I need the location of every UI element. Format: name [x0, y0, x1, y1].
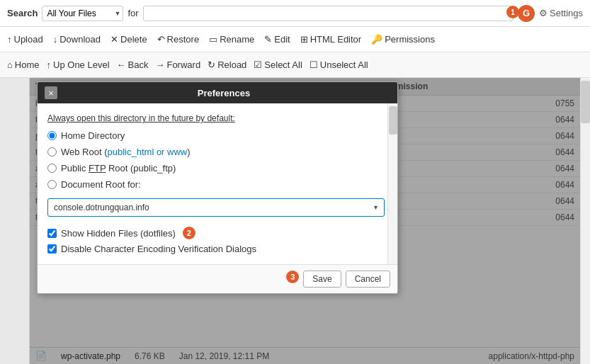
radio-doc-label: Document Root for:: [61, 179, 141, 190]
edit-button[interactable]: ✎ Edit: [264, 34, 290, 45]
modal-scrollbar[interactable]: [387, 103, 397, 264]
scrollbar-thumb: [389, 106, 397, 135]
radio-webroot[interactable]: Web Root (public_html or www): [47, 147, 385, 157]
search-input[interactable]: [143, 6, 514, 21]
modal-close-button[interactable]: ×: [45, 86, 57, 99]
home-label: Home: [15, 59, 40, 70]
radio-doc-input[interactable]: [47, 180, 57, 189]
checkbox-encoding-label: Disable Character Encoding Verification …: [61, 244, 256, 254]
main-area: Type Permission httpd/unix-directory0755…: [0, 78, 590, 364]
checkbox-hidden-input[interactable]: [47, 229, 57, 238]
rename-label: Rename: [220, 34, 254, 45]
badge-2: 2: [183, 227, 195, 239]
radio-ftp-input[interactable]: [47, 164, 57, 173]
radio-home[interactable]: Home Directory: [47, 130, 385, 141]
modal-overlay: × Preferences Always open this directory…: [30, 78, 580, 364]
forward-icon: →: [155, 59, 164, 70]
search-scope-select[interactable]: All Your FilesThis DirectoryFile Names O…: [42, 6, 123, 21]
reload-icon: ↻: [208, 59, 215, 70]
cancel-button[interactable]: Cancel: [346, 271, 390, 288]
edit-label: Edit: [274, 34, 290, 45]
restore-label: Restore: [167, 34, 200, 45]
settings-label: Settings: [550, 8, 583, 18]
top-bar: Search All Your FilesThis DirectoryFile …: [0, 0, 590, 27]
upload-icon: ↑: [7, 34, 12, 45]
modal-footer: 3 Save Cancel: [38, 264, 397, 293]
home-button[interactable]: ⌂ Home: [7, 59, 40, 70]
download-button[interactable]: ↓ Download: [53, 34, 101, 45]
unselect-all-icon: ☐: [310, 59, 318, 70]
radio-webroot-input[interactable]: [47, 147, 57, 157]
save-button[interactable]: Save: [303, 271, 341, 288]
delete-button[interactable]: ✕ Delete: [110, 34, 147, 45]
back-icon: ←: [117, 59, 126, 70]
checkbox-group: Show Hidden Files (dotfiles) 2 Disable C…: [47, 227, 385, 254]
scrollbar-track[interactable]: [580, 78, 590, 364]
settings-button[interactable]: ⚙ Settings: [539, 8, 583, 18]
go-label: G: [523, 8, 530, 18]
html-editor-icon: ⊞: [300, 34, 308, 45]
select-all-icon: ☑: [254, 59, 262, 70]
permissions-icon: 🔑: [371, 34, 382, 45]
file-area: Type Permission httpd/unix-directory0755…: [30, 78, 580, 364]
webroot-link[interactable]: public_html or www: [108, 147, 188, 157]
checkbox-hidden-label: Show Hidden Files (dotfiles): [61, 228, 176, 239]
download-icon: ↓: [53, 34, 58, 45]
delete-icon: ✕: [110, 34, 118, 45]
permissions-button[interactable]: 🔑 Permissions: [371, 34, 435, 45]
for-label: for: [127, 8, 138, 18]
upload-button[interactable]: ↑ Upload: [7, 34, 43, 45]
unselect-all-label: Unselect All: [320, 59, 368, 70]
forward-label: Forward: [166, 59, 200, 70]
modal-header: × Preferences: [38, 82, 397, 103]
close-icon: ×: [48, 88, 54, 98]
search-label: Search: [7, 8, 38, 18]
radio-ftp-label: Public FTP Root (public_ftp): [61, 163, 176, 174]
upload-label: Upload: [14, 34, 43, 45]
select-all-label: Select All: [264, 59, 302, 70]
domain-select-wrapper: console.dotrungquan.info: [47, 198, 385, 217]
reload-label: Reload: [217, 59, 246, 70]
up-icon: ↑: [47, 59, 52, 70]
domain-select[interactable]: console.dotrungquan.info: [47, 198, 385, 217]
modal-title: Preferences: [57, 88, 390, 98]
delete-label: Delete: [120, 34, 147, 45]
unselect-all-button[interactable]: ☐ Unselect All: [310, 59, 368, 70]
modal-scrollable: Always open this directory in the future…: [47, 113, 387, 264]
restore-icon: ↶: [157, 34, 165, 45]
modal-body: Always open this directory in the future…: [38, 103, 397, 264]
domain-dropdown-row: console.dotrungquan.info: [47, 198, 385, 217]
badge-1: 1: [506, 6, 519, 18]
badge-3: 3: [286, 271, 299, 283]
rename-icon: ▭: [209, 34, 217, 45]
checkbox-hidden[interactable]: Show Hidden Files (dotfiles) 2: [47, 227, 385, 239]
edit-icon: ✎: [264, 34, 272, 45]
go-button[interactable]: G 1: [518, 5, 535, 22]
radio-doc[interactable]: Document Root for:: [47, 179, 385, 190]
search-scope-wrapper: All Your FilesThis DirectoryFile Names O…: [42, 6, 123, 21]
select-all-button[interactable]: ☑ Select All: [254, 59, 302, 70]
radio-group: Home Directory Web Root (public_html or …: [47, 130, 385, 190]
checkbox-encoding-input[interactable]: [47, 244, 57, 254]
rename-button[interactable]: ▭ Rename: [209, 34, 254, 45]
radio-home-label: Home Directory: [61, 130, 125, 141]
pref-label: Always open this directory in the future…: [47, 113, 385, 123]
toolbar: ↑ Upload ↓ Download ✕ Delete ↶ Restore ▭…: [0, 27, 590, 52]
reload-button[interactable]: ↻ Reload: [208, 59, 246, 70]
nav-bar: ⌂ Home ↑ Up One Level ← Back → Forward ↻…: [0, 52, 590, 78]
restore-button[interactable]: ↶ Restore: [157, 34, 200, 45]
back-button[interactable]: ← Back: [117, 59, 149, 70]
download-label: Download: [59, 34, 101, 45]
home-icon: ⌂: [7, 59, 13, 70]
up-one-level-label: Up One Level: [53, 59, 110, 70]
forward-button[interactable]: → Forward: [155, 59, 200, 70]
checkbox-encoding[interactable]: Disable Character Encoding Verification …: [47, 244, 385, 254]
gear-icon: ⚙: [539, 8, 548, 18]
html-editor-button[interactable]: ⊞ HTML Editor: [300, 34, 361, 45]
html-editor-label: HTML Editor: [310, 34, 361, 45]
radio-home-input[interactable]: [47, 131, 57, 140]
back-label: Back: [128, 59, 149, 70]
radio-ftp[interactable]: Public FTP Root (public_ftp): [47, 163, 385, 174]
up-one-level-button[interactable]: ↑ Up One Level: [47, 59, 110, 70]
left-sidebar: [0, 78, 30, 364]
